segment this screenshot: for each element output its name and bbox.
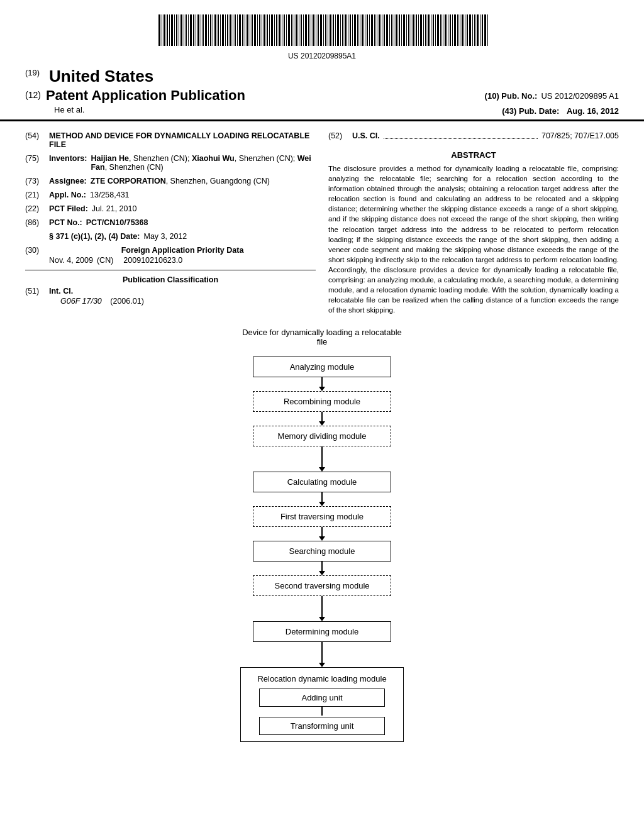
svg-rect-58: [301, 14, 302, 46]
svg-rect-67: [323, 14, 324, 46]
inventors-name: He et al.: [25, 105, 489, 114]
svg-rect-24: [218, 14, 219, 46]
transforming-unit-label: Transforming unit: [291, 721, 354, 731]
arrow-head-6: [319, 571, 325, 575]
svg-rect-33: [239, 14, 241, 46]
svg-rect-101: [406, 14, 407, 46]
svg-rect-53: [288, 14, 290, 46]
svg-rect-89: [377, 14, 377, 46]
svg-rect-88: [374, 14, 375, 46]
arrow-line-5: [321, 527, 323, 536]
svg-rect-35: [245, 14, 245, 46]
svg-rect-55: [294, 14, 294, 46]
diagram-section: Device for dynamically loading a relocat…: [0, 315, 644, 755]
svg-rect-109: [425, 14, 426, 46]
svg-rect-87: [371, 14, 373, 46]
pub-info-block: (10) Pub. No.: US 2012/0209895 A1: [485, 87, 619, 101]
svg-rect-48: [276, 14, 277, 46]
field-73-num: (73): [25, 177, 49, 185]
svg-rect-65: [318, 14, 319, 46]
memory-dividing-module-box: Memory dividing module: [253, 426, 391, 446]
svg-rect-19: [205, 14, 207, 46]
field-86-num: (86): [25, 218, 49, 227]
field-54: (54) METHOD AND DEVICE FOR DYNAMICALLY L…: [25, 131, 316, 149]
field-54-num: (54): [25, 131, 49, 149]
svg-rect-127: [469, 14, 471, 46]
svg-rect-46: [271, 14, 273, 46]
svg-rect-25: [220, 14, 221, 46]
svg-rect-113: [435, 14, 436, 46]
field-86-value: PCT/CN10/75368: [86, 218, 148, 227]
svg-rect-27: [225, 14, 226, 46]
field-73-value: ZTE CORPORATION, Shenzhen, Guangdong (CN…: [91, 177, 270, 185]
field-75: (75) Inventors: Haijian He, Shenzhen (CN…: [25, 154, 316, 172]
svg-rect-81: [357, 14, 358, 46]
field-51-label: Int. Cl.: [49, 287, 73, 296]
arrow-line-3: [321, 446, 323, 467]
svg-rect-63: [313, 14, 314, 46]
arrow-8: [319, 642, 325, 667]
svg-rect-112: [433, 14, 434, 46]
svg-rect-37: [250, 14, 250, 46]
arrow-line-2: [321, 412, 323, 421]
analyzing-module-label: Analyzing module: [290, 362, 355, 372]
field-51-year: (2006.01): [110, 297, 144, 306]
svg-rect-132: [482, 14, 483, 46]
svg-rect-0: [158, 14, 160, 46]
svg-rect-72: [335, 14, 336, 46]
svg-rect-28: [227, 14, 228, 46]
field-86: (86) PCT No.: PCT/CN10/75368: [25, 218, 316, 227]
arrow-line-1: [321, 377, 323, 387]
svg-rect-16: [197, 14, 199, 46]
svg-rect-100: [403, 14, 405, 46]
svg-rect-82: [360, 14, 360, 46]
svg-rect-79: [352, 14, 353, 46]
svg-rect-11: [186, 14, 187, 46]
arrow-3: [319, 446, 325, 472]
field-30-cn: (CN): [97, 256, 113, 265]
doc-type-num: (12): [25, 87, 41, 100]
svg-rect-95: [391, 14, 392, 46]
svg-rect-133: [484, 14, 486, 46]
svg-rect-60: [305, 14, 307, 46]
svg-rect-80: [354, 14, 356, 46]
svg-rect-114: [437, 14, 439, 46]
svg-rect-56: [296, 14, 297, 46]
svg-rect-21: [210, 14, 211, 46]
field-52-label: U.S. Cl.: [352, 131, 380, 140]
arrow-line-6: [321, 562, 323, 571]
svg-rect-22: [213, 14, 213, 46]
svg-rect-20: [208, 14, 209, 46]
svg-rect-106: [418, 14, 419, 46]
arrow-head-2: [319, 421, 325, 426]
field-21-num: (21): [25, 191, 49, 199]
field-371-label: § 371 (c)(1), (2), (4) Date:: [49, 232, 140, 241]
barcode-image: [152, 11, 492, 52]
arrow-line-8: [321, 642, 323, 663]
svg-rect-92: [384, 14, 385, 46]
field-52-num: (52): [328, 131, 352, 140]
svg-rect-85: [367, 14, 368, 46]
field-30-date: Nov. 4, 2009: [49, 256, 93, 265]
abstract-block: ABSTRACT The disclosure provides a metho…: [328, 150, 619, 315]
svg-rect-103: [411, 14, 411, 46]
svg-rect-104: [413, 14, 414, 46]
svg-rect-125: [465, 14, 465, 46]
svg-rect-59: [303, 14, 304, 46]
arrow-2: [319, 412, 325, 426]
field-75-label: Inventors:: [49, 154, 87, 172]
svg-rect-107: [420, 14, 422, 46]
patent-header: (19) United States (12) Patent Applicati…: [0, 67, 644, 121]
abstract-text: The disclosure provides a method for dyn…: [328, 163, 619, 315]
arrow-head-7: [319, 617, 325, 621]
arrow-head-3: [319, 467, 325, 472]
field-75-num: (75): [25, 154, 49, 172]
doc-type-label: Patent Application Publication: [46, 87, 472, 104]
svg-rect-117: [445, 14, 447, 46]
flowchart: Analyzing module Recombining module Memo…: [25, 357, 619, 742]
adding-unit-box: Adding unit: [259, 689, 385, 707]
svg-rect-134: [487, 14, 488, 46]
svg-rect-36: [247, 14, 248, 46]
field-73: (73) Assignee: ZTE CORPORATION, Shenzhen…: [25, 177, 316, 185]
svg-rect-91: [382, 14, 382, 46]
